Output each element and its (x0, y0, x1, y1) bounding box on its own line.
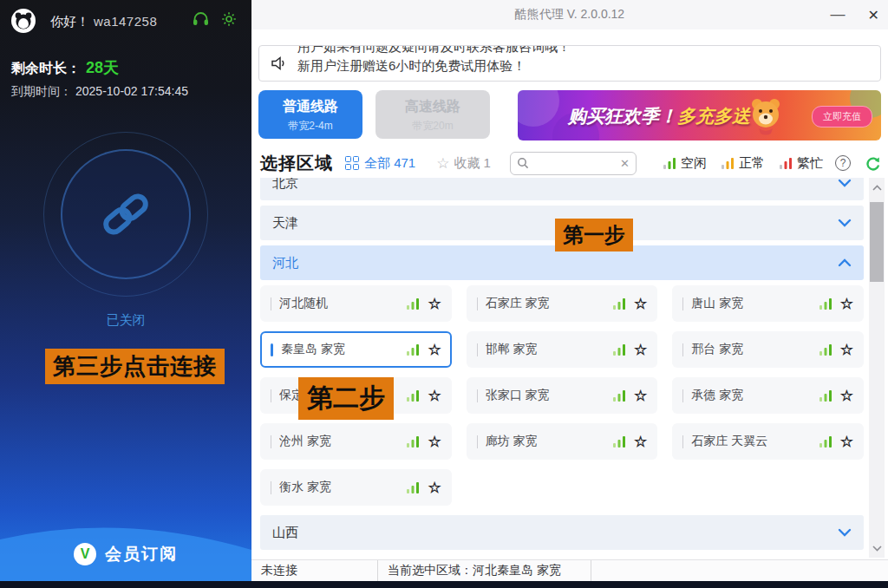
select-region-title: 选择区域 (260, 152, 333, 175)
favorite-star-icon[interactable]: ☆ (634, 433, 647, 451)
expire-time-row: 到期时间：2025-10-02 17:54:45 (11, 84, 188, 100)
promo-cta-button[interactable]: 立即充值 (812, 106, 872, 127)
favorite-star-icon[interactable]: ☆ (634, 387, 647, 405)
line-fast-label: 高速线路 (375, 98, 490, 116)
refresh-icon[interactable] (865, 155, 881, 172)
signal-bars-icon (819, 297, 832, 310)
chevron-down-icon[interactable] (838, 179, 852, 187)
line-type-fast-button[interactable]: 高速线路 带宽20m (375, 90, 490, 139)
close-button[interactable]: ✕ (868, 7, 879, 23)
node-item[interactable]: 秦皇岛 家宽 ☆ (260, 331, 452, 368)
minimize-button[interactable]: — (831, 6, 846, 23)
node-item[interactable]: 石家庄 天翼云 ☆ (672, 423, 864, 460)
favorite-star-icon[interactable]: ☆ (840, 295, 853, 313)
signal-bars-icon (613, 435, 626, 448)
expire-time-value: 2025-10-02 17:54:45 (75, 84, 188, 98)
node-label: 廊坊 家宽 (486, 434, 613, 449)
favorites-count[interactable]: 收藏 1 (454, 155, 491, 172)
username-text: wa147258 (94, 14, 157, 29)
favorite-star-icon[interactable]: ☆ (634, 295, 647, 313)
node-item[interactable]: 唐山 家宽 ☆ (672, 285, 864, 322)
favorite-star-icon[interactable]: ☆ (428, 295, 441, 313)
signal-bars-icon (819, 343, 832, 356)
signal-bars-icon (407, 481, 420, 493)
legend-item: 繁忙 (775, 155, 823, 172)
chain-link-icon (97, 186, 154, 243)
favorite-star-icon[interactable]: ☆ (840, 341, 853, 359)
remaining-time-label: 剩余时长： (11, 61, 81, 75)
favorite-star-icon[interactable]: ☆ (428, 479, 441, 497)
node-item[interactable]: 邢台 家宽 ☆ (672, 331, 864, 368)
selected-region-label: 当前选中区域： (388, 563, 473, 578)
region-filter-row: 选择区域 全部 471 ☆ 收藏 1 ✕ 空闲 正常 繁忙 ? (260, 151, 881, 175)
line-type-normal-button[interactable]: 普通线路 带宽2-4m (258, 90, 362, 139)
promo-banner[interactable]: 购买狂欢季！多充多送 立即充值 (518, 90, 881, 140)
node-label: 石家庄 家宽 (486, 296, 613, 311)
favorite-star-icon[interactable]: ☆ (428, 341, 441, 359)
node-label: 秦皇岛 家宽 (281, 342, 407, 357)
node-left-accent (477, 297, 478, 310)
selected-region-value: 河北秦皇岛 家宽 (473, 563, 561, 578)
annotation-step1: 第一步 (555, 219, 633, 252)
connect-button[interactable] (61, 149, 191, 279)
region-row-山西[interactable]: 山西 (260, 515, 864, 550)
favorite-star-icon[interactable]: ☆ (840, 387, 853, 405)
favorites-star-icon[interactable]: ☆ (436, 154, 449, 173)
node-item[interactable]: 沧州 家宽 ☆ (260, 423, 452, 460)
expire-time-label: 到期时间： (11, 84, 72, 98)
help-icon[interactable]: ? (835, 155, 851, 171)
bottom-edge-strip (0, 581, 888, 588)
search-clear-icon[interactable]: ✕ (620, 157, 630, 170)
node-item[interactable]: 廊坊 家宽 ☆ (467, 423, 658, 460)
node-item[interactable]: 邯郸 家宽 ☆ (467, 331, 658, 368)
scrollbar-thumb[interactable] (870, 202, 884, 282)
speaker-icon (270, 55, 287, 72)
node-left-accent (682, 389, 683, 402)
node-left-accent (682, 435, 683, 448)
node-item[interactable]: 衡水 家宽 ☆ (260, 469, 452, 506)
region-label: 北京 (272, 178, 838, 192)
node-item[interactable]: 张家口 家宽 ☆ (467, 377, 658, 414)
node-left-accent (271, 297, 271, 310)
node-item[interactable]: 河北随机 ☆ (260, 285, 452, 322)
sidebar: 你好！ wa147258 (0, 0, 251, 581)
support-headset-icon[interactable] (192, 10, 210, 28)
annotation-step2: 第二步 (298, 377, 394, 420)
node-item[interactable]: 承德 家宽 ☆ (672, 377, 864, 414)
member-subscribe-label: 会员订阅 (105, 543, 178, 565)
announcement-line2: 新用户注册赠送6小时的免费试用体验！ (297, 56, 880, 75)
legend-signal-bars-icon (722, 157, 735, 169)
status-bar: 未连接 当前选中区域： 河北秦皇岛 家宽 (251, 559, 888, 581)
grid-view-icon[interactable] (345, 156, 359, 170)
settings-gear-icon[interactable] (220, 10, 238, 28)
region-row-北京[interactable]: 北京 (260, 178, 864, 200)
favorite-star-icon[interactable]: ☆ (840, 433, 853, 451)
signal-bars-icon (613, 297, 626, 310)
node-left-accent (477, 389, 478, 402)
node-item[interactable]: 石家庄 家宽 ☆ (467, 285, 658, 322)
legend-label: 空闲 (681, 155, 707, 172)
scrollbar-down-arrow-icon[interactable] (869, 540, 885, 556)
connection-state-text: 未连接 (261, 563, 297, 578)
all-regions-count[interactable]: 全部 471 (364, 155, 415, 172)
app-window: 你好！ wa147258 (0, 0, 888, 588)
search-icon (517, 157, 529, 169)
selected-region-cell: 当前选中区域： 河北秦皇岛 家宽 (378, 560, 591, 581)
connection-status-text: 已关闭 (0, 312, 251, 329)
search-input[interactable] (533, 157, 620, 170)
chevron-down-icon[interactable] (838, 219, 852, 227)
favorite-star-icon[interactable]: ☆ (428, 433, 441, 451)
member-subscribe-button[interactable]: V 会员订阅 (0, 543, 251, 565)
scrollbar-up-arrow-icon[interactable] (869, 180, 885, 195)
vertical-scrollbar[interactable] (869, 178, 885, 558)
line-normal-bandwidth: 带宽2-4m (258, 119, 362, 134)
favorite-star-icon[interactable]: ☆ (428, 387, 441, 405)
chevron-down-icon[interactable] (838, 528, 852, 537)
region-label: 河北 (272, 255, 838, 271)
node-left-accent (682, 343, 683, 356)
node-left-accent (271, 389, 271, 402)
favorite-star-icon[interactable]: ☆ (634, 341, 647, 359)
region-label: 山西 (272, 525, 838, 541)
chevron-up-icon[interactable] (838, 258, 852, 267)
node-left-accent (477, 435, 478, 448)
